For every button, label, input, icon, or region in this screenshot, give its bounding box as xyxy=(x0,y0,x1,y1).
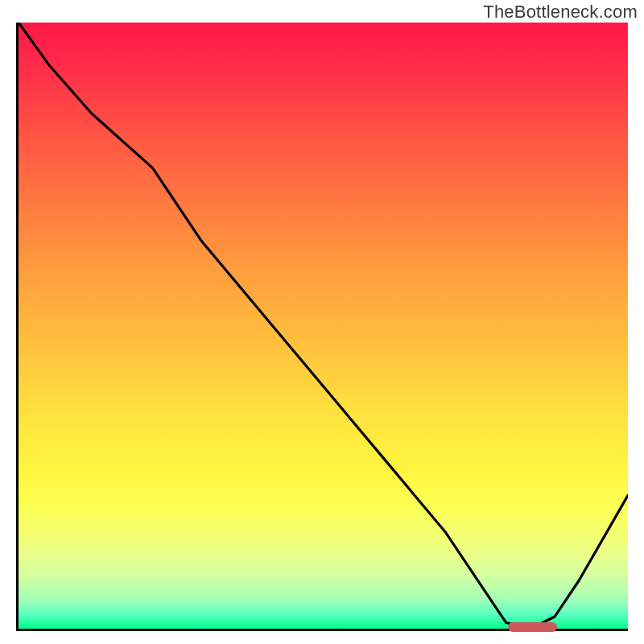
plot-area xyxy=(16,23,628,631)
attribution-text: TheBottleneck.com xyxy=(483,2,638,23)
line-curve xyxy=(19,23,628,629)
optimal-marker xyxy=(508,622,557,632)
chart-container: TheBottleneck.com xyxy=(0,0,644,644)
